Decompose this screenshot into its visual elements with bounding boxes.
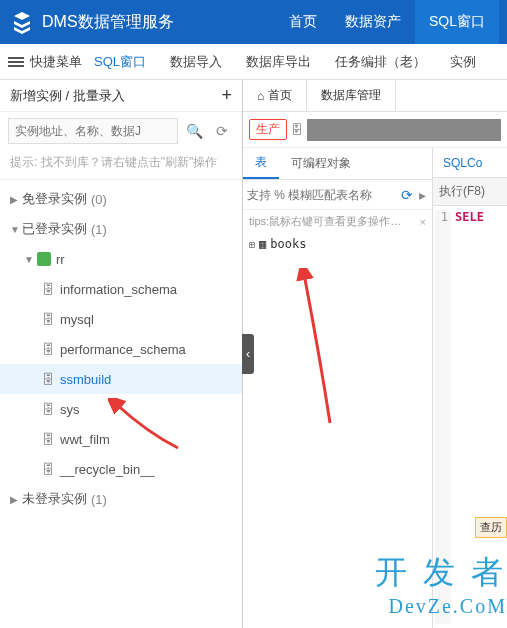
instance-node[interactable]: ▼ rr — [0, 244, 242, 274]
tip-text: tips:鼠标右键可查看更多操作… — [249, 214, 401, 229]
menu-icon[interactable] — [8, 57, 24, 67]
database-icon: 🗄 — [40, 402, 56, 416]
node-count: (1) — [91, 222, 107, 237]
right-pane: ⌂ 首页 数据库管理 生产 🗄 表 可编程对象 ⟳ ▸ — [243, 80, 507, 628]
db-label: mysql — [60, 312, 94, 327]
db-label: __recycle_bin__ — [60, 462, 155, 477]
db-label: sys — [60, 402, 80, 417]
database-icon: 🗄 — [40, 282, 56, 296]
subnav-db-export[interactable]: 数据库导出 — [234, 44, 323, 80]
left-pane: 新增实例 / 批量录入 + 🔍 ⟳ 提示: 找不到库？请右键点击"刷新"操作 ▶… — [0, 80, 243, 628]
quick-menu-label: 快捷菜单 — [30, 53, 82, 71]
topnav-sql-window[interactable]: SQL窗口 — [415, 0, 499, 44]
caret-icon: ▶ — [10, 494, 22, 505]
environment-row: 生产 🗄 — [243, 112, 507, 148]
db-label: wwt_film — [60, 432, 110, 447]
table-search-row: ⟳ ▸ — [243, 180, 432, 210]
table-search-input[interactable] — [247, 183, 397, 207]
collapse-left-handle[interactable]: ‹ — [242, 334, 254, 374]
instance-search-input[interactable] — [8, 118, 178, 144]
node-label: 已登录实例 — [22, 220, 87, 238]
tab-label: 数据库管理 — [321, 87, 381, 104]
db-sys[interactable]: 🗄sys — [0, 394, 242, 424]
table-item-books[interactable]: ⊞ ▦ books — [243, 233, 432, 255]
refresh-tables-icon[interactable]: ⟳ — [399, 187, 415, 203]
brand-title: DMS数据管理服务 — [42, 12, 174, 33]
instance-tree: ▶ 免登录实例 (0) ▼ 已登录实例 (1) ▼ rr 🗄informatio… — [0, 180, 242, 628]
tab-home[interactable]: ⌂ 首页 — [243, 80, 307, 111]
table-tip: tips:鼠标右键可查看更多操作… × — [243, 210, 432, 233]
database-icon: 🗄 — [40, 462, 56, 476]
instance-address-redacted — [307, 119, 501, 141]
db-information-schema[interactable]: 🗄information_schema — [0, 274, 242, 304]
db-mysql[interactable]: 🗄mysql — [0, 304, 242, 334]
no-login-instances[interactable]: ▶ 免登录实例 (0) — [0, 184, 242, 214]
object-tabs: 表 可编程对象 — [243, 148, 432, 180]
history-tab[interactable]: 查历 — [475, 517, 507, 538]
add-instance-label: 新增实例 / 批量录入 — [10, 87, 125, 105]
table-icon: ▦ — [259, 237, 266, 251]
caret-down-icon: ▼ — [24, 254, 36, 265]
unlogged-instances[interactable]: ▶ 未登录实例 (1) — [0, 484, 242, 514]
tab-label: 首页 — [268, 87, 292, 104]
database-icon: 🗄 — [40, 342, 56, 356]
topnav-data-assets[interactable]: 数据资产 — [331, 0, 415, 44]
subnav-task-old[interactable]: 任务编排（老） — [323, 44, 438, 80]
env-tag-production: 生产 — [249, 119, 287, 140]
dms-logo-icon — [8, 8, 36, 36]
node-count: (0) — [91, 192, 107, 207]
database-icon: 🗄 — [40, 312, 56, 326]
mysql-icon — [36, 252, 52, 266]
database-icon: 🗄 — [40, 432, 56, 446]
page-tabs: ⌂ 首页 数据库管理 — [243, 80, 507, 112]
watermark: 开 发 者 DevZe.CoM — [375, 551, 507, 618]
top-nav: 首页 数据资产 SQL窗口 — [275, 0, 499, 44]
main-area: 新增实例 / 批量录入 + 🔍 ⟳ 提示: 找不到库？请右键点击"刷新"操作 ▶… — [0, 80, 507, 628]
db-performance-schema[interactable]: 🗄performance_schema — [0, 334, 242, 364]
db-ssmbuild[interactable]: 🗄ssmbuild — [0, 364, 242, 394]
home-icon: ⌂ — [257, 89, 264, 103]
subnav-data-import[interactable]: 数据导入 — [158, 44, 234, 80]
node-label: 未登录实例 — [22, 490, 87, 508]
refresh-icon[interactable]: ⟳ — [210, 119, 234, 143]
brand: DMS数据管理服务 — [8, 8, 174, 36]
table-name: books — [270, 237, 306, 251]
instance-search-row: 🔍 ⟳ — [0, 112, 242, 150]
node-label: 免登录实例 — [22, 190, 87, 208]
tab-tables[interactable]: 表 — [243, 148, 279, 179]
tab-db-manage[interactable]: 数据库管理 — [307, 80, 396, 111]
database-icon: 🗄 — [40, 372, 56, 386]
close-tip-icon[interactable]: × — [420, 216, 426, 228]
subnav-sql-window[interactable]: SQL窗口 — [82, 44, 158, 80]
expand-icon: ⊞ — [249, 239, 255, 250]
search-icon[interactable]: 🔍 — [182, 119, 206, 143]
instance-name: rr — [56, 252, 65, 267]
sql-tab-row: SQLCo — [433, 148, 507, 178]
db-label: ssmbuild — [60, 372, 111, 387]
db-recycle-bin[interactable]: 🗄__recycle_bin__ — [0, 454, 242, 484]
add-instance-button[interactable]: + — [221, 85, 232, 106]
left-hint: 提示: 找不到库？请右键点击"刷新"操作 — [0, 150, 242, 180]
sql-console-tab[interactable]: SQLCo — [443, 156, 482, 170]
db-small-icon: 🗄 — [291, 123, 303, 137]
execute-toolbar: 执行(F8) — [433, 178, 507, 206]
sql-keyword: SELE — [455, 210, 484, 224]
topnav-home[interactable]: 首页 — [275, 0, 331, 44]
caret-icon: ▶ — [10, 194, 22, 205]
node-count: (1) — [91, 492, 107, 507]
sub-bar: 快捷菜单 SQL窗口 数据导入 数据库导出 任务编排（老） 实例 — [0, 44, 507, 80]
watermark-line1: 开 发 者 — [375, 551, 507, 595]
tab-programmable[interactable]: 可编程对象 — [279, 148, 363, 179]
logged-instances[interactable]: ▼ 已登录实例 (1) — [0, 214, 242, 244]
caret-down-icon: ▼ — [10, 224, 22, 235]
top-bar: DMS数据管理服务 首页 数据资产 SQL窗口 — [0, 0, 507, 44]
left-pane-header: 新增实例 / 批量录入 + — [0, 80, 242, 112]
db-wwt-film[interactable]: 🗄wwt_film — [0, 424, 242, 454]
db-label: information_schema — [60, 282, 177, 297]
db-label: performance_schema — [60, 342, 186, 357]
watermark-line2: DevZe.CoM — [375, 595, 507, 618]
execute-button[interactable]: 执行(F8) — [439, 183, 485, 200]
expand-tables-icon[interactable]: ▸ — [417, 187, 428, 203]
subnav-instance[interactable]: 实例 — [438, 44, 488, 80]
